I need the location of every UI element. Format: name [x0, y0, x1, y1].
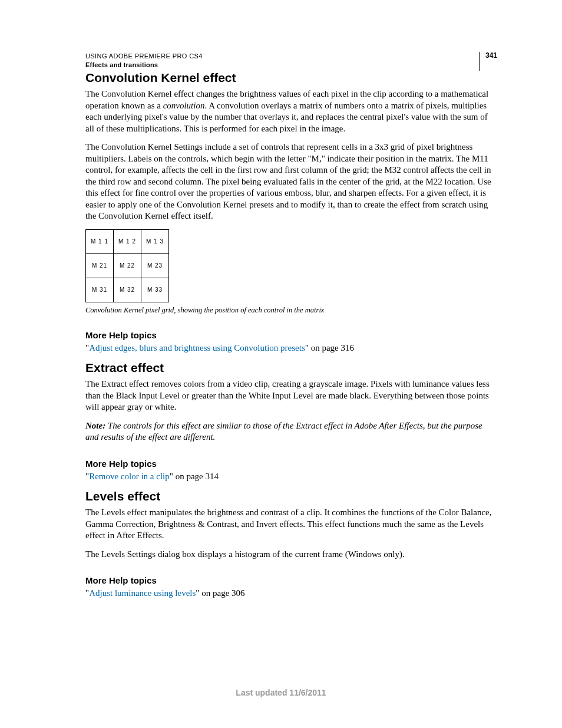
- body-paragraph: The Extract effect removes colors from a…: [85, 378, 497, 413]
- body-paragraph: The Levels effect manipulates the bright…: [85, 507, 497, 542]
- table-row: M 21 M 22 M 23: [86, 253, 169, 278]
- chapter-name: Effects and transitions: [85, 61, 203, 70]
- matrix-cell: M 22: [114, 253, 141, 278]
- section-heading-convolution: Convolution Kernel effect: [85, 71, 497, 85]
- italic-term: convolution: [163, 101, 205, 110]
- note-body: The controls for this effect are similar…: [85, 421, 482, 442]
- help-link[interactable]: Adjust luminance using levels: [89, 588, 196, 598]
- link-suffix: " on page 314: [170, 472, 219, 481]
- more-help-heading: More Help topics: [85, 575, 497, 585]
- body-paragraph: The Convolution Kernel Settings include …: [85, 141, 497, 222]
- matrix-cell: M 33: [141, 278, 169, 302]
- section-heading-extract: Extract effect: [85, 361, 497, 375]
- more-help-heading: More Help topics: [85, 330, 497, 340]
- note-paragraph: Note: The controls for this effect are s…: [85, 420, 497, 443]
- page: USING ADOBE PREMIERE PRO CS4 Effects and…: [0, 0, 562, 728]
- figure-caption: Convolution Kernel pixel grid, showing t…: [85, 306, 497, 315]
- matrix-cell: M 32: [114, 278, 141, 302]
- footer-updated: Last updated 11/6/2011: [0, 688, 562, 697]
- help-link[interactable]: Remove color in a clip: [89, 472, 170, 481]
- note-label: Note:: [85, 421, 105, 430]
- more-help-heading: More Help topics: [85, 459, 497, 469]
- product-name: USING ADOBE PREMIERE PRO CS4: [85, 52, 203, 61]
- help-link-line: "Remove color in a clip" on page 314: [85, 471, 497, 483]
- matrix-cell: M 31: [86, 278, 114, 302]
- body-paragraph: The Levels Settings dialog box displays …: [85, 549, 497, 561]
- link-suffix: " on page 306: [196, 588, 244, 598]
- convolution-matrix-table: M 1 1 M 1 2 M 1 3 M 21 M 22 M 23 M 31 M …: [85, 229, 169, 302]
- matrix-cell: M 21: [86, 253, 114, 278]
- body-paragraph: The Convolution Kernel effect changes th…: [85, 88, 497, 134]
- link-suffix: " on page 316: [305, 343, 354, 353]
- matrix-cell: M 1 3: [141, 229, 169, 253]
- section-heading-levels: Levels effect: [85, 489, 497, 503]
- help-link-line: "Adjust edges, blurs and brightness usin…: [85, 342, 497, 354]
- table-row: M 1 1 M 1 2 M 1 3: [86, 229, 169, 253]
- page-number: 341: [479, 52, 497, 71]
- matrix-cell: M 1 2: [114, 229, 141, 253]
- header-left: USING ADOBE PREMIERE PRO CS4 Effects and…: [85, 52, 203, 70]
- help-link[interactable]: Adjust edges, blurs and brightness using…: [89, 343, 305, 353]
- table-row: M 31 M 32 M 33: [86, 278, 169, 302]
- matrix-cell: M 1 1: [86, 229, 114, 253]
- matrix-cell: M 23: [141, 253, 169, 278]
- help-link-line: "Adjust luminance using levels" on page …: [85, 588, 497, 599]
- page-header: USING ADOBE PREMIERE PRO CS4 Effects and…: [85, 52, 497, 71]
